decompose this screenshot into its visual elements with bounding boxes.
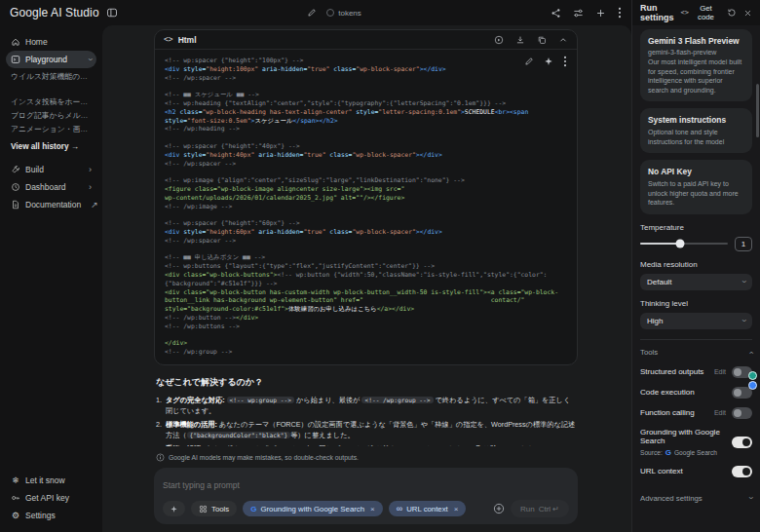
rename-prompt-button[interactable] [307, 8, 317, 18]
edit-message-button[interactable] [524, 57, 534, 66]
code-line: <!-- /wp:buttons --> [165, 323, 567, 331]
code-line [165, 82, 567, 91]
tool-edit-link[interactable]: Edit [714, 409, 726, 416]
code-line: <h2 class="wp-block-heading has-text-ali… [165, 108, 567, 126]
restore-defaults-button[interactable] [727, 8, 737, 18]
code-line: <!-- wp:image {"align":"center","sizeSlu… [165, 176, 567, 185]
grounding-chip-label: Grounding with Google Search [260, 505, 364, 513]
code-line: <div class="wp-block-buttons"><!-- wp:bu… [165, 271, 567, 288]
code-line [165, 331, 567, 340]
code-line: <!-- ■■ スケジュール ■■ --> [165, 91, 567, 99]
model-card[interactable]: Gemini 3 Flash Preview gemini-3-flash-pr… [640, 29, 752, 101]
run-settings-title: Run settings [640, 3, 674, 22]
tool-toggle[interactable] [732, 466, 752, 477]
get-code-button[interactable]: <> Get code [681, 4, 720, 21]
code-line: <div style="height:100px" aria-hidden="t… [165, 65, 567, 74]
recent-chat-item[interactable]: アニメーション・画像表示問題 [11, 123, 92, 136]
run-settings-body[interactable]: Gemini 3 Flash Preview gemini-3-flash-pr… [632, 25, 760, 532]
link-icon: ∞ [397, 504, 402, 513]
tools-header-label: Tools [640, 348, 658, 357]
media-resolution-label: Media resolution [640, 260, 752, 269]
url-context-chip[interactable]: ∞ URL context × [389, 501, 467, 516]
close-panel-button[interactable] [743, 9, 752, 18]
sidebar-item-build[interactable]: Build › [6, 161, 96, 178]
recent-chat-item[interactable]: インスタ投稿をホームページに埋... [11, 95, 92, 109]
sidebar-item-home[interactable]: Home [6, 33, 96, 51]
prompt-suggestion-button[interactable] [163, 501, 185, 516]
answer-heading: なぜこれで解決するのか？ [156, 376, 576, 389]
tool-row: Function callingEdit [640, 407, 752, 419]
tool-toggle[interactable] [732, 437, 752, 448]
info-icon [156, 453, 165, 462]
build-icon [11, 165, 20, 174]
code-line: </div> [165, 339, 567, 348]
recent-chat-item[interactable]: ブログ記事からメルマガ原稿作成 [11, 109, 92, 123]
new-chat-button[interactable] [595, 8, 606, 19]
media-resolution-select[interactable]: Default › [640, 274, 752, 290]
tools-chip[interactable]: Tools [191, 501, 237, 516]
temperature-slider[interactable] [640, 243, 728, 245]
sidebar-item-label: Build [25, 165, 44, 174]
more-options-button[interactable] [618, 7, 622, 19]
code-line: <div style="height:60px" aria-hidden="tr… [165, 228, 567, 237]
slider-thumb[interactable] [675, 240, 684, 248]
pencil-icon [524, 57, 534, 66]
google-g-icon: G [665, 448, 671, 458]
tool-toggle[interactable] [732, 407, 752, 419]
panel-scrollbar[interactable] [756, 84, 759, 137]
add-attachment-button[interactable] [493, 503, 505, 514]
document-icon [11, 200, 20, 209]
code-block-card: <> Html [154, 29, 578, 365]
run-button[interactable]: Run Ctrl ↵ [511, 500, 569, 517]
code-content[interactable]: <!-- wp:spacer {"height":"100px"} --><di… [155, 50, 577, 364]
dashboard-icon [11, 182, 20, 192]
system-instructions-card[interactable]: System instructions Optional tone and st… [640, 108, 752, 153]
regenerate-button[interactable] [544, 57, 553, 66]
prompt-input[interactable] [163, 480, 569, 490]
settings-button[interactable]: ⚙ Settings [6, 507, 96, 524]
chat-scroll-area[interactable]: <> Html [102, 25, 631, 446]
sidebar-item-dashboard[interactable]: Dashboard › [6, 178, 96, 196]
download-code-button[interactable] [515, 35, 525, 45]
share-button[interactable] [551, 8, 561, 19]
sidebar-item-documentation[interactable]: Documentation ↗ [6, 196, 96, 213]
chevron-down-icon: › [746, 497, 756, 500]
tools-section-header[interactable]: Tools › [640, 348, 752, 358]
run-code-button[interactable] [494, 35, 504, 45]
tool-label: Code execution [640, 388, 732, 398]
sidebar-item-label: Playground [25, 55, 67, 64]
answer-list: 1.タグの完全な対応: <!-- wp:group --> から始まり、最後が … [156, 395, 576, 446]
code-line: <!-- /wp:button --></div> [165, 314, 567, 323]
get-api-key-button[interactable]: Get API key [6, 489, 96, 507]
api-key-card[interactable]: No API Key Switch to a paid API key to u… [640, 160, 752, 214]
code-block-header: <> Html [155, 30, 577, 50]
tune-button[interactable] [573, 8, 584, 19]
model-id: gemini-3-flash-preview [648, 49, 744, 56]
tool-edit-link[interactable]: Edit [714, 368, 726, 375]
history-panel-toggle-button[interactable] [106, 7, 118, 19]
current-chat-item[interactable]: ウイルス対策機能の停止 [11, 70, 92, 84]
copy-code-button[interactable] [537, 35, 547, 45]
chevron-down-icon: › [740, 281, 749, 284]
let-it-snow-button[interactable]: ❄ Let it snow [6, 472, 96, 489]
history-icon [727, 8, 737, 18]
code-line: <!-- /wp:spacer --> [165, 237, 567, 246]
advanced-settings-row[interactable]: Advanced settings › [640, 493, 752, 503]
remove-chip-icon[interactable]: × [370, 505, 375, 513]
code-line: <!-- /wp:heading --> [165, 125, 567, 133]
sidebar-item-label: Dashboard [25, 182, 66, 192]
collapse-code-button[interactable] [558, 35, 568, 45]
temperature-value[interactable]: 1 [735, 237, 752, 251]
remove-chip-icon[interactable]: × [454, 505, 459, 513]
grounding-chip[interactable]: G Grounding with Google Search × [243, 501, 383, 516]
sidebar-item-label: Documentation [25, 200, 81, 209]
message-options-button[interactable] [563, 56, 567, 67]
code-line: <!-- /wp:spacer --> [165, 74, 567, 83]
prompt-chip-row: Tools G Grounding with Google Search × ∞… [163, 500, 569, 517]
answer-list-item: 2.標準機能の活用: あなたのテーマ（FORCE）の設定画面で選ぶような「背景色… [156, 419, 576, 441]
view-all-history-link[interactable]: View all history → [0, 136, 102, 157]
sidebar-item-playground[interactable]: Playground › [6, 51, 96, 68]
thinking-level-label: Thinking level [640, 299, 752, 308]
tokens-label: tokens [338, 9, 361, 18]
thinking-level-select[interactable]: High › [640, 313, 752, 329]
